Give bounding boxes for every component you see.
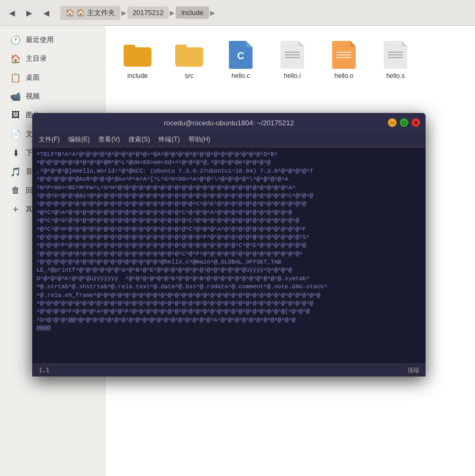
recent-icon: 🕐 bbox=[11, 35, 20, 45]
terminal-statusbar: 1,1 顶端 bbox=[32, 364, 426, 376]
downloads-icon: ⬇ bbox=[11, 148, 20, 158]
desktop-icon: 📋 bbox=[11, 73, 20, 82]
breadcrumb-home-label: 🏠 主文件夹 bbox=[76, 8, 115, 18]
file-label-src: src bbox=[185, 72, 193, 80]
other-icon: + bbox=[11, 204, 20, 214]
sidebar-item-video[interactable]: 📹 视频 bbox=[2, 87, 103, 105]
terminal-close-button[interactable]: ✕ bbox=[412, 118, 420, 127]
sidebar-item-video-label: 视频 bbox=[26, 91, 40, 101]
file-item-src[interactable]: src bbox=[168, 37, 211, 84]
terminal-controls: ─ □ ✕ bbox=[388, 118, 420, 127]
sidebar-item-recent[interactable]: 🕐 最近使用 bbox=[2, 31, 103, 49]
o-file-icon-hello bbox=[330, 41, 358, 69]
breadcrumb-home[interactable]: 🏠 🏠 主文件夹 bbox=[60, 6, 120, 20]
sidebar-item-home[interactable]: 🏠 主目录 bbox=[2, 49, 103, 68]
terminal-title: rocedu@rocedu-ubuntu1804: ~/20175212 bbox=[70, 119, 388, 127]
file-item-hello-c[interactable]: C hello.c bbox=[219, 37, 262, 84]
terminal-minimize-button[interactable]: ─ bbox=[388, 118, 397, 127]
terminal-titlebar: rocedu@rocedu-ubuntu1804: ~/20175212 ─ □… bbox=[32, 113, 426, 132]
txt-file-icon-hello-s bbox=[382, 41, 409, 69]
terminal-body[interactable]: ^?ELF^B^A^A^@^@^@^@^@^@^@^@^@^@>^@A^@^@^… bbox=[32, 147, 426, 364]
file-label-hello-c: hello.c bbox=[232, 72, 250, 80]
breadcrumb-current-label: include bbox=[181, 9, 203, 17]
file-label-hello-s: hello.s bbox=[386, 72, 405, 80]
docs-icon: 📄 bbox=[11, 129, 20, 139]
back-button[interactable]: ◀ bbox=[4, 5, 19, 20]
breadcrumb-sep-3: ▶ bbox=[210, 9, 215, 17]
terminal-menu-view[interactable]: 查看(V) bbox=[98, 135, 120, 144]
terminal-status-left: 1,1 bbox=[39, 367, 49, 374]
terminal-status-right: 顶端 bbox=[407, 366, 419, 374]
terminal-window: rocedu@rocedu-ubuntu1804: ~/20175212 ─ □… bbox=[32, 113, 426, 376]
terminal-maximize-button[interactable]: □ bbox=[400, 118, 408, 127]
file-label-include: include bbox=[127, 72, 148, 80]
file-item-hello-o[interactable]: hello.o bbox=[322, 37, 365, 84]
trash-icon: 🗑 bbox=[11, 186, 20, 195]
breadcrumb-dir-label: 20175212 bbox=[133, 9, 164, 17]
breadcrumb: 🏠 🏠 主文件夹 ▶ 20175212 ▶ include ▶ bbox=[60, 6, 215, 20]
breadcrumb-current[interactable]: include bbox=[176, 6, 208, 19]
up-button[interactable]: ◀ bbox=[39, 5, 54, 20]
terminal-menu-terminal[interactable]: 终端(T) bbox=[159, 135, 179, 144]
toolbar: ◀ ▶ ◀ 🏠 🏠 主文件夹 ▶ 20175212 ▶ include ▶ bbox=[0, 0, 475, 26]
breadcrumb-dir[interactable]: 20175212 bbox=[127, 6, 169, 19]
forward-button[interactable]: ▶ bbox=[21, 5, 37, 20]
txt-file-icon-hello-i bbox=[278, 41, 306, 69]
file-item-include[interactable]: include bbox=[116, 37, 159, 84]
file-label-hello-i: hello.i bbox=[284, 72, 300, 80]
terminal-menubar: 文件(F) 编辑(E) 查看(V) 搜索(S) 终端(T) 帮助(H) bbox=[32, 132, 426, 147]
file-item-hello-i[interactable]: hello.i bbox=[271, 37, 314, 84]
home-sidebar-icon: 🏠 bbox=[11, 54, 20, 63]
sidebar-item-desktop-label: 桌面 bbox=[26, 73, 40, 82]
terminal-menu-search[interactable]: 搜索(S) bbox=[128, 135, 150, 144]
terminal-menu-edit[interactable]: 编辑(E) bbox=[68, 135, 90, 144]
breadcrumb-sep-2: ▶ bbox=[170, 9, 175, 17]
watermark: https://blog.csdn.net/weixin_44823333 bbox=[372, 467, 473, 474]
sidebar-item-home-label: 主目录 bbox=[26, 54, 47, 63]
c-file-icon-hello: C bbox=[227, 41, 255, 69]
sidebar-item-desktop[interactable]: 📋 桌面 bbox=[2, 68, 103, 87]
photo-icon: 🖼 bbox=[11, 110, 20, 120]
folder-include-icon bbox=[124, 41, 152, 69]
breadcrumb-sep-1: ▶ bbox=[121, 9, 126, 17]
music-icon: 🎵 bbox=[11, 167, 20, 176]
file-item-hello-s[interactable]: hello.s bbox=[374, 37, 417, 84]
sidebar-item-recent-label: 最近使用 bbox=[26, 35, 54, 45]
video-icon: 📹 bbox=[11, 91, 20, 101]
home-icon: 🏠 bbox=[66, 9, 74, 17]
terminal-menu-help[interactable]: 帮助(H) bbox=[189, 135, 211, 144]
folder-src-icon bbox=[175, 41, 203, 69]
terminal-menu-file[interactable]: 文件(F) bbox=[39, 135, 60, 144]
file-label-hello-o: hello.o bbox=[334, 72, 353, 80]
